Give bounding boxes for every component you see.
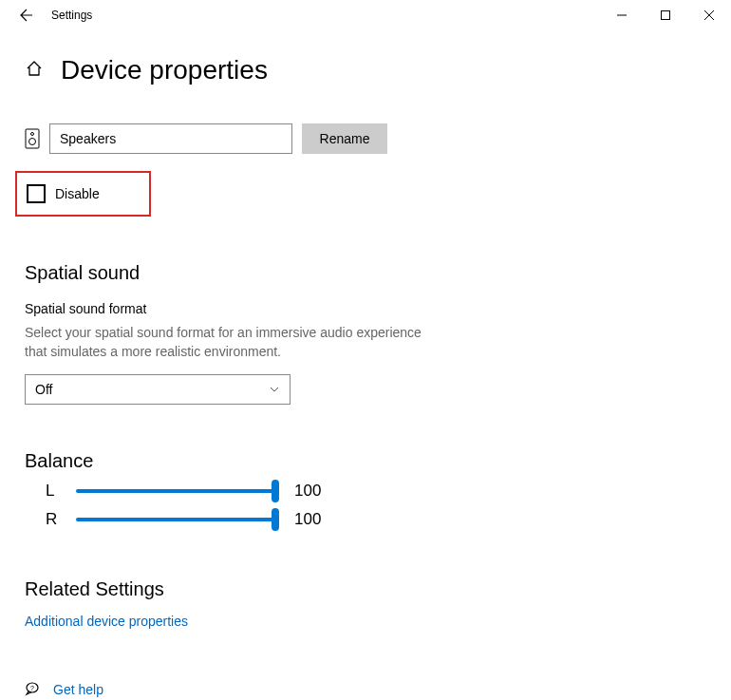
spatial-format-dropdown[interactable]: Off [25,374,291,405]
additional-properties-link[interactable]: Additional device properties [25,614,188,629]
spatial-description: Select your spatial sound format for an … [25,324,433,361]
content-area: Device properties Rename Disable Spatial… [0,55,731,700]
disable-checkbox[interactable] [27,184,46,203]
page-header: Device properties [25,55,706,85]
close-icon [704,10,714,20]
balance-heading: Balance [25,450,706,472]
balance-left-row: L 100 [25,482,706,501]
balance-right-row: R 100 [25,510,706,529]
spatial-format-label: Spatial sound format [25,301,706,316]
balance-right-label: R [46,510,66,529]
spatial-format-selected: Off [35,382,52,397]
balance-left-slider[interactable] [76,489,275,493]
balance-left-label: L [46,482,66,501]
window-title: Settings [51,9,92,22]
close-button[interactable] [687,0,731,30]
window-controls [600,0,731,30]
balance-right-thumb[interactable] [272,508,279,531]
minimize-button[interactable] [600,0,644,30]
help-icon: ? [25,679,42,700]
device-name-row: Rename [25,123,706,154]
speaker-icon [25,128,40,149]
svg-text:?: ? [30,685,34,691]
home-icon[interactable] [25,59,44,82]
disable-label: Disable [55,186,100,201]
titlebar: Settings [0,0,731,30]
balance-left-thumb[interactable] [272,480,279,502]
chevron-down-icon [269,384,280,395]
balance-left-value: 100 [294,482,321,501]
balance-right-slider[interactable] [76,518,275,521]
page-title: Device properties [61,55,268,85]
maximize-icon [661,10,670,20]
svg-point-2 [31,133,34,136]
maximize-button[interactable] [644,0,687,30]
disable-checkbox-container[interactable]: Disable [15,171,151,217]
svg-rect-0 [662,11,670,20]
related-settings-heading: Related Settings [25,578,706,600]
back-button[interactable] [8,0,46,30]
svg-point-3 [29,139,36,145]
minimize-icon [617,10,627,20]
back-arrow-icon [19,8,34,23]
spatial-sound-heading: Spatial sound [25,262,706,284]
rename-button[interactable]: Rename [302,123,387,154]
get-help-row: ? Get help [25,679,706,700]
device-name-input[interactable] [49,123,292,154]
get-help-link[interactable]: Get help [53,682,103,697]
balance-right-value: 100 [294,510,321,529]
